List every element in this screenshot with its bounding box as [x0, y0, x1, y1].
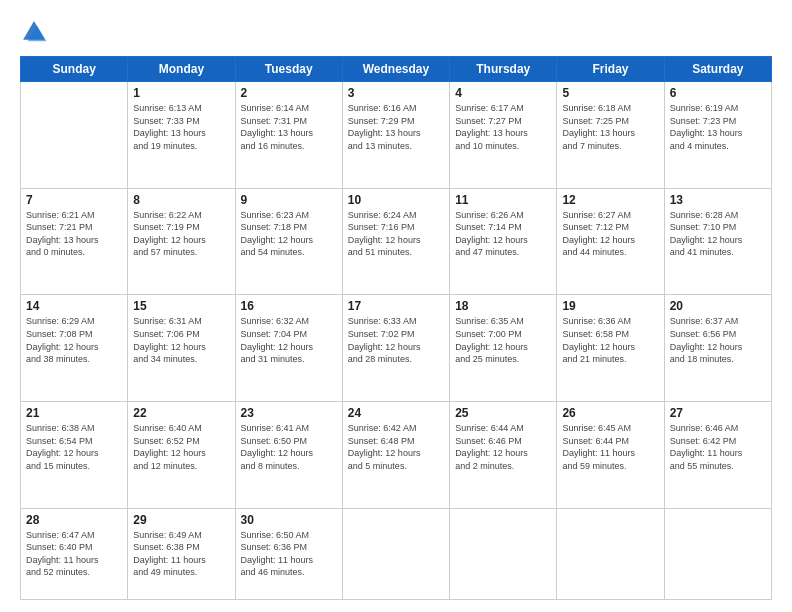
day-info: Sunrise: 6:35 AM Sunset: 7:00 PM Dayligh…	[455, 315, 551, 365]
day-info: Sunrise: 6:26 AM Sunset: 7:14 PM Dayligh…	[455, 209, 551, 259]
day-info: Sunrise: 6:29 AM Sunset: 7:08 PM Dayligh…	[26, 315, 122, 365]
calendar-cell: 8Sunrise: 6:22 AM Sunset: 7:19 PM Daylig…	[128, 188, 235, 295]
day-number: 2	[241, 86, 337, 100]
calendar-cell: 27Sunrise: 6:46 AM Sunset: 6:42 PM Dayli…	[664, 401, 771, 508]
day-info: Sunrise: 6:33 AM Sunset: 7:02 PM Dayligh…	[348, 315, 444, 365]
day-info: Sunrise: 6:49 AM Sunset: 6:38 PM Dayligh…	[133, 529, 229, 579]
day-number: 18	[455, 299, 551, 313]
day-number: 15	[133, 299, 229, 313]
calendar-cell: 13Sunrise: 6:28 AM Sunset: 7:10 PM Dayli…	[664, 188, 771, 295]
calendar-cell: 26Sunrise: 6:45 AM Sunset: 6:44 PM Dayli…	[557, 401, 664, 508]
day-info: Sunrise: 6:18 AM Sunset: 7:25 PM Dayligh…	[562, 102, 658, 152]
calendar-cell: 24Sunrise: 6:42 AM Sunset: 6:48 PM Dayli…	[342, 401, 449, 508]
calendar-cell: 18Sunrise: 6:35 AM Sunset: 7:00 PM Dayli…	[450, 295, 557, 402]
calendar-cell: 30Sunrise: 6:50 AM Sunset: 6:36 PM Dayli…	[235, 508, 342, 599]
calendar-cell: 2Sunrise: 6:14 AM Sunset: 7:31 PM Daylig…	[235, 82, 342, 189]
logo	[20, 18, 52, 46]
day-info: Sunrise: 6:47 AM Sunset: 6:40 PM Dayligh…	[26, 529, 122, 579]
calendar-cell	[450, 508, 557, 599]
day-number: 3	[348, 86, 444, 100]
day-number: 23	[241, 406, 337, 420]
day-number: 8	[133, 193, 229, 207]
calendar-cell: 14Sunrise: 6:29 AM Sunset: 7:08 PM Dayli…	[21, 295, 128, 402]
day-info: Sunrise: 6:27 AM Sunset: 7:12 PM Dayligh…	[562, 209, 658, 259]
calendar-cell: 19Sunrise: 6:36 AM Sunset: 6:58 PM Dayli…	[557, 295, 664, 402]
calendar-week-row: 14Sunrise: 6:29 AM Sunset: 7:08 PM Dayli…	[21, 295, 772, 402]
day-number: 19	[562, 299, 658, 313]
calendar-cell	[21, 82, 128, 189]
day-info: Sunrise: 6:44 AM Sunset: 6:46 PM Dayligh…	[455, 422, 551, 472]
calendar-cell: 20Sunrise: 6:37 AM Sunset: 6:56 PM Dayli…	[664, 295, 771, 402]
header	[20, 18, 772, 46]
calendar-week-row: 21Sunrise: 6:38 AM Sunset: 6:54 PM Dayli…	[21, 401, 772, 508]
day-info: Sunrise: 6:16 AM Sunset: 7:29 PM Dayligh…	[348, 102, 444, 152]
day-number: 24	[348, 406, 444, 420]
day-number: 30	[241, 513, 337, 527]
day-info: Sunrise: 6:14 AM Sunset: 7:31 PM Dayligh…	[241, 102, 337, 152]
day-number: 1	[133, 86, 229, 100]
calendar-cell	[342, 508, 449, 599]
calendar-week-row: 1Sunrise: 6:13 AM Sunset: 7:33 PM Daylig…	[21, 82, 772, 189]
day-info: Sunrise: 6:40 AM Sunset: 6:52 PM Dayligh…	[133, 422, 229, 472]
day-number: 27	[670, 406, 766, 420]
day-number: 29	[133, 513, 229, 527]
calendar-cell: 17Sunrise: 6:33 AM Sunset: 7:02 PM Dayli…	[342, 295, 449, 402]
day-info: Sunrise: 6:37 AM Sunset: 6:56 PM Dayligh…	[670, 315, 766, 365]
day-info: Sunrise: 6:22 AM Sunset: 7:19 PM Dayligh…	[133, 209, 229, 259]
calendar-cell: 16Sunrise: 6:32 AM Sunset: 7:04 PM Dayli…	[235, 295, 342, 402]
day-info: Sunrise: 6:38 AM Sunset: 6:54 PM Dayligh…	[26, 422, 122, 472]
day-info: Sunrise: 6:24 AM Sunset: 7:16 PM Dayligh…	[348, 209, 444, 259]
day-number: 7	[26, 193, 122, 207]
calendar-cell	[557, 508, 664, 599]
day-info: Sunrise: 6:42 AM Sunset: 6:48 PM Dayligh…	[348, 422, 444, 472]
calendar-day-header: Wednesday	[342, 57, 449, 82]
calendar-cell	[664, 508, 771, 599]
calendar-cell: 1Sunrise: 6:13 AM Sunset: 7:33 PM Daylig…	[128, 82, 235, 189]
calendar-table: SundayMondayTuesdayWednesdayThursdayFrid…	[20, 56, 772, 600]
day-number: 17	[348, 299, 444, 313]
day-info: Sunrise: 6:31 AM Sunset: 7:06 PM Dayligh…	[133, 315, 229, 365]
day-info: Sunrise: 6:45 AM Sunset: 6:44 PM Dayligh…	[562, 422, 658, 472]
day-number: 28	[26, 513, 122, 527]
day-number: 4	[455, 86, 551, 100]
page: SundayMondayTuesdayWednesdayThursdayFrid…	[0, 0, 792, 612]
day-info: Sunrise: 6:17 AM Sunset: 7:27 PM Dayligh…	[455, 102, 551, 152]
calendar-day-header: Tuesday	[235, 57, 342, 82]
day-number: 11	[455, 193, 551, 207]
day-number: 14	[26, 299, 122, 313]
calendar-day-header: Sunday	[21, 57, 128, 82]
day-info: Sunrise: 6:36 AM Sunset: 6:58 PM Dayligh…	[562, 315, 658, 365]
day-number: 22	[133, 406, 229, 420]
day-number: 12	[562, 193, 658, 207]
calendar-cell: 6Sunrise: 6:19 AM Sunset: 7:23 PM Daylig…	[664, 82, 771, 189]
day-number: 21	[26, 406, 122, 420]
calendar-cell: 4Sunrise: 6:17 AM Sunset: 7:27 PM Daylig…	[450, 82, 557, 189]
calendar-cell: 7Sunrise: 6:21 AM Sunset: 7:21 PM Daylig…	[21, 188, 128, 295]
calendar-week-row: 28Sunrise: 6:47 AM Sunset: 6:40 PM Dayli…	[21, 508, 772, 599]
calendar-cell: 22Sunrise: 6:40 AM Sunset: 6:52 PM Dayli…	[128, 401, 235, 508]
day-number: 9	[241, 193, 337, 207]
calendar-cell: 12Sunrise: 6:27 AM Sunset: 7:12 PM Dayli…	[557, 188, 664, 295]
calendar-day-header: Monday	[128, 57, 235, 82]
day-number: 13	[670, 193, 766, 207]
calendar-cell: 23Sunrise: 6:41 AM Sunset: 6:50 PM Dayli…	[235, 401, 342, 508]
day-info: Sunrise: 6:32 AM Sunset: 7:04 PM Dayligh…	[241, 315, 337, 365]
calendar-cell: 9Sunrise: 6:23 AM Sunset: 7:18 PM Daylig…	[235, 188, 342, 295]
day-number: 20	[670, 299, 766, 313]
day-number: 26	[562, 406, 658, 420]
calendar-cell: 3Sunrise: 6:16 AM Sunset: 7:29 PM Daylig…	[342, 82, 449, 189]
calendar-header-row: SundayMondayTuesdayWednesdayThursdayFrid…	[21, 57, 772, 82]
calendar-week-row: 7Sunrise: 6:21 AM Sunset: 7:21 PM Daylig…	[21, 188, 772, 295]
day-info: Sunrise: 6:21 AM Sunset: 7:21 PM Dayligh…	[26, 209, 122, 259]
day-info: Sunrise: 6:41 AM Sunset: 6:50 PM Dayligh…	[241, 422, 337, 472]
calendar-cell: 28Sunrise: 6:47 AM Sunset: 6:40 PM Dayli…	[21, 508, 128, 599]
day-number: 5	[562, 86, 658, 100]
day-info: Sunrise: 6:19 AM Sunset: 7:23 PM Dayligh…	[670, 102, 766, 152]
day-number: 25	[455, 406, 551, 420]
logo-icon	[20, 18, 48, 46]
day-number: 10	[348, 193, 444, 207]
calendar-cell: 11Sunrise: 6:26 AM Sunset: 7:14 PM Dayli…	[450, 188, 557, 295]
calendar-day-header: Friday	[557, 57, 664, 82]
calendar-cell: 25Sunrise: 6:44 AM Sunset: 6:46 PM Dayli…	[450, 401, 557, 508]
day-info: Sunrise: 6:50 AM Sunset: 6:36 PM Dayligh…	[241, 529, 337, 579]
